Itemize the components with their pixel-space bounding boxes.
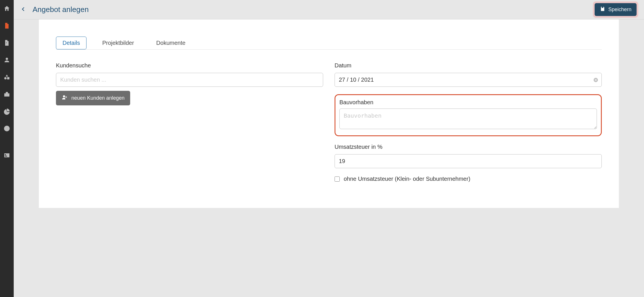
save-button-highlight: Speichern: [593, 1, 638, 18]
save-button-label: Speichern: [608, 7, 631, 13]
datum-group: Datum: [335, 62, 602, 87]
topbar: Angebot anlegen Speichern: [14, 0, 644, 19]
piechart-icon: [3, 108, 10, 116]
tabs: Details Projektbilder Dokumente: [56, 37, 602, 50]
page-title: Angebot anlegen: [33, 5, 588, 14]
tab-dokumente[interactable]: Dokumente: [150, 37, 192, 49]
nav-toolbox[interactable]: [0, 89, 14, 101]
form-card: Details Projektbilder Dokumente Kundensu…: [39, 19, 619, 208]
person-icon: [3, 57, 10, 65]
kundensuche-input[interactable]: [56, 73, 323, 87]
nav-documents[interactable]: [0, 21, 14, 32]
content-scroll[interactable]: Details Projektbilder Dokumente Kundensu…: [14, 19, 644, 297]
shapes-icon: [3, 74, 10, 82]
form-col-right: Datum Bauvorhaben: [335, 62, 602, 182]
nav-profile[interactable]: [0, 150, 14, 162]
invoice-icon: [3, 39, 10, 47]
ohne-ust-checkbox[interactable]: [335, 176, 340, 182]
datum-clear-button[interactable]: [593, 77, 598, 83]
save-button[interactable]: Speichern: [595, 3, 637, 16]
tab-details-label: Details: [63, 40, 80, 46]
bauvorhaben-input[interactable]: [339, 109, 597, 129]
toolbox-icon: [3, 91, 10, 99]
datum-input[interactable]: [335, 73, 602, 87]
idcard-icon: [3, 152, 10, 160]
main: Angebot anlegen Speichern Details Projek…: [14, 0, 644, 297]
chevron-left-icon: [21, 7, 26, 13]
document-icon: [3, 22, 10, 30]
kundensuche-label: Kundensuche: [56, 62, 323, 69]
tab-projektbilder[interactable]: Projektbilder: [96, 37, 140, 49]
datum-label: Datum: [335, 62, 602, 69]
sidebar: [0, 0, 14, 297]
nav-shapes[interactable]: [0, 72, 14, 83]
nav-home[interactable]: [0, 3, 14, 15]
clock-icon: [3, 125, 10, 133]
ohne-ust-row[interactable]: ohne Umsatzsteuer (Klein- oder Subuntern…: [335, 176, 602, 182]
datum-row: [335, 73, 602, 87]
new-customer-button[interactable]: neuen Kunden anlegen: [56, 91, 130, 105]
ust-label: Umsatzsteuer in %: [335, 144, 602, 150]
nav-invoices[interactable]: [0, 38, 14, 49]
person-plus-icon: [62, 94, 68, 102]
bauvorhaben-highlight: Bauvorhaben: [335, 94, 602, 136]
ust-group: Umsatzsteuer in %: [335, 144, 602, 168]
ust-input[interactable]: [335, 154, 602, 168]
new-customer-button-label: neuen Kunden anlegen: [71, 95, 124, 101]
nav-customers[interactable]: [0, 55, 14, 66]
nav-time[interactable]: [0, 123, 14, 135]
tab-projektbilder-label: Projektbilder: [102, 40, 134, 46]
back-button[interactable]: [19, 6, 27, 14]
tab-details[interactable]: Details: [56, 37, 86, 49]
home-icon: [3, 5, 10, 13]
form-grid: Kundensuche neuen Kunden anlegen Datum: [56, 62, 602, 182]
tab-dokumente-label: Dokumente: [156, 40, 185, 46]
close-circle-icon: [593, 79, 598, 83]
bauvorhaben-label: Bauvorhaben: [339, 99, 597, 106]
nav-reports[interactable]: [0, 106, 14, 118]
ohne-ust-label: ohne Umsatzsteuer (Klein- oder Subuntern…: [344, 176, 470, 182]
form-col-left: Kundensuche neuen Kunden anlegen: [56, 62, 323, 182]
save-icon: [600, 6, 605, 13]
